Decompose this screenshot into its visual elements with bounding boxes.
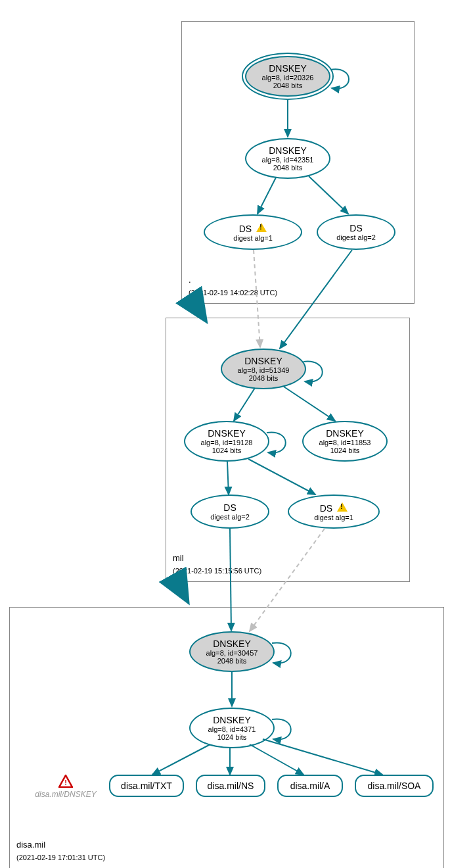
warning-icon-red: ! <box>58 775 73 788</box>
svg-text:!: ! <box>64 779 67 786</box>
node-sub1: alg=8, id=42351 <box>262 156 314 164</box>
warning-icon: ! <box>337 502 348 512</box>
zone-mil-label: mil <box>173 553 184 563</box>
ds-mil-alg1: DS ! digest alg=1 <box>288 494 380 529</box>
dnskey-root-ksk: DNSKEY alg=8, id=20326 2048 bits <box>245 56 330 97</box>
zone-mil-ts: (2021-02-19 15:15:56 UTC) <box>173 567 261 575</box>
dnskey-mil-zsk2: DNSKEY alg=8, id=11853 1024 bits <box>302 421 388 462</box>
error-disa-dnskey: ! disa.mil/DNSKEY <box>33 775 99 799</box>
rr-label: disa.mil/SOA <box>368 781 421 791</box>
node-sub1: alg=8, id=4371 <box>208 725 256 733</box>
rr-disa-txt: disa.mil/TXT <box>109 775 184 797</box>
node-sub2: 2048 bits <box>217 657 247 665</box>
node-sub1: alg=8, id=30457 <box>206 649 258 657</box>
node-sub1: alg=8, id=11853 <box>319 439 371 446</box>
node-sub1: alg=8, id=20326 <box>262 74 314 82</box>
zone-root-label: . <box>189 275 191 285</box>
node-title: DS <box>349 223 362 233</box>
node-sub1: alg=8, id=19128 <box>201 439 253 446</box>
ds-mil-alg2: DS digest alg=2 <box>191 494 269 529</box>
dnskey-mil-ksk: DNSKEY alg=8, id=51349 2048 bits <box>221 349 306 389</box>
rr-disa-a: disa.mil/A <box>277 775 343 797</box>
warning-icon: ! <box>256 223 267 232</box>
node-title: DS <box>320 503 332 514</box>
dnskey-mil-zsk1: DNSKEY alg=8, id=19128 1024 bits <box>184 421 269 462</box>
rr-disa-soa: disa.mil/SOA <box>355 775 434 797</box>
node-title: DS <box>223 502 236 513</box>
ds-root-alg1: DS ! digest alg=1 <box>204 214 302 250</box>
rr-label: disa.mil/NS <box>208 781 254 791</box>
node-sub2: 2048 bits <box>273 82 303 89</box>
dnskey-root-zsk: DNSKEY alg=8, id=42351 2048 bits <box>245 138 330 179</box>
node-sub1: digest alg=2 <box>210 513 250 521</box>
node-title: DNSKEY <box>213 639 251 649</box>
ds-root-alg2: DS digest alg=2 <box>317 214 395 250</box>
node-sub1: digest alg=2 <box>336 233 376 241</box>
node-title: DNSKEY <box>269 63 307 74</box>
rr-label: disa.mil/TXT <box>121 781 172 791</box>
node-sub2: 2048 bits <box>249 374 279 382</box>
node-sub1: digest alg=1 <box>233 234 273 242</box>
node-title: DNSKEY <box>213 715 251 725</box>
node-title: DNSKEY <box>208 428 246 439</box>
node-title: DS <box>239 224 252 234</box>
node-sub1: digest alg=1 <box>314 514 353 521</box>
dnskey-disa-zsk: DNSKEY alg=8, id=4371 1024 bits <box>189 708 275 748</box>
node-sub2: 1024 bits <box>330 446 360 454</box>
zone-root-ts: (2021-02-19 14:02:28 UTC) <box>189 289 277 297</box>
node-title: DNSKEY <box>326 428 364 439</box>
rr-label: disa.mil/A <box>290 781 330 791</box>
error-label: disa.mil/DNSKEY <box>35 790 96 799</box>
node-sub1: alg=8, id=51349 <box>238 366 290 374</box>
node-sub2: 1024 bits <box>212 446 242 454</box>
zone-disa-ts: (2021-02-19 17:01:31 UTC) <box>16 854 105 861</box>
node-title: DNSKEY <box>244 356 282 366</box>
zone-disa-label: disa.mil <box>16 840 45 850</box>
node-sub2: 2048 bits <box>273 164 303 172</box>
dnskey-disa-ksk: DNSKEY alg=8, id=30457 2048 bits <box>189 631 275 672</box>
rr-disa-ns: disa.mil/NS <box>196 775 265 797</box>
node-sub2: 1024 bits <box>217 733 247 741</box>
node-title: DNSKEY <box>269 145 307 156</box>
